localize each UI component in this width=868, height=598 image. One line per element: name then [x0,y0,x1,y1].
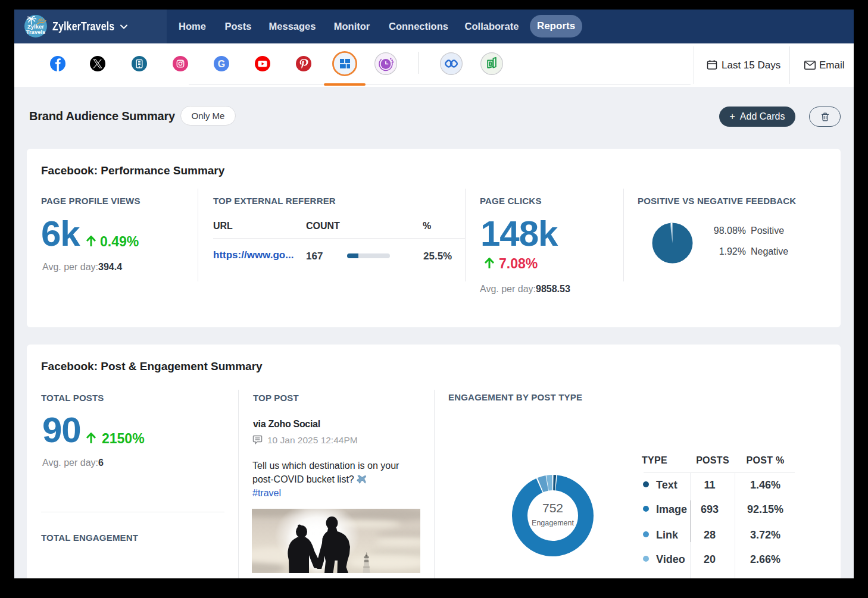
svg-text:G: G [218,59,225,69]
svg-text:Travels: Travels [26,29,46,35]
